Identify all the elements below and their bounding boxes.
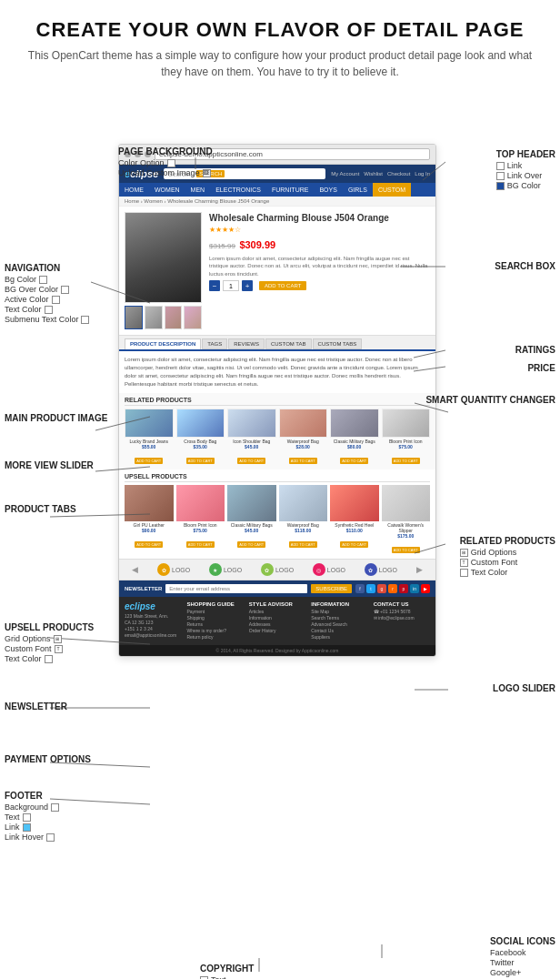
color-option-swatch[interactable] — [167, 159, 175, 167]
rel-text-swatch[interactable] — [460, 569, 468, 577]
related-cart-3[interactable]: ADD TO CART — [237, 458, 265, 464]
rel-grid-swatch[interactable]: ⊞ — [460, 549, 468, 557]
facebook-icon[interactable]: f — [355, 584, 365, 593]
rel-font-swatch[interactable]: T — [460, 559, 468, 567]
store-product-tabs: PRODUCT DESCRIPTION TAGS REVIEWS CUSTOM … — [119, 335, 435, 349]
nav-men[interactable]: MEN — [185, 183, 211, 197]
link-over-swatch[interactable] — [496, 172, 505, 180]
facebook-label: Facebook — [490, 948, 526, 957]
footer-bg-swatch[interactable] — [51, 803, 59, 812]
footer-link-suppliers[interactable]: Suppliers — [311, 634, 367, 640]
tab-custom1[interactable]: CUSTOM TAB — [265, 338, 312, 349]
footer-link-shipping[interactable]: Shipping — [186, 615, 243, 621]
nav-girls[interactable]: GIRLS — [343, 183, 373, 197]
upsell-font-swatch[interactable]: T — [55, 645, 63, 653]
pinterest-icon[interactable]: p — [399, 584, 408, 593]
nav-custom[interactable]: CUSTOM — [373, 183, 411, 197]
nav-bg-swatch[interactable] — [39, 276, 47, 284]
related-cart-5[interactable]: ADD TO CART — [340, 458, 368, 464]
related-price-1: $55.00 — [125, 444, 174, 449]
store-tab-content: Lorem ipsum dolor sit amet, consectetur … — [119, 349, 435, 393]
related-cart-1[interactable]: ADD TO CART — [135, 458, 163, 464]
footer-col-info-title: INFORMATION — [311, 601, 367, 607]
thumb-2[interactable] — [145, 306, 163, 329]
footer-link-faq[interactable]: Where is my order? — [186, 628, 243, 633]
upsell-cart-6[interactable]: ADD TO CART — [392, 547, 420, 553]
footer-link-search[interactable]: Search Terms — [311, 615, 367, 621]
footer-link-contact[interactable]: Contact Us — [311, 628, 367, 633]
related-cart-6[interactable]: ADD TO CART — [392, 458, 420, 464]
link-row: Link — [496, 161, 555, 170]
footer-link-articles[interactable]: Articles — [249, 609, 305, 614]
upsell-cart-4[interactable]: ADD TO CART — [289, 541, 317, 548]
linkedin-icon[interactable]: in — [410, 584, 419, 593]
tab-tags[interactable]: TAGS — [202, 338, 227, 349]
nav-women[interactable]: WOMEN — [149, 183, 185, 197]
footer-link-returns[interactable]: Returns — [186, 621, 243, 627]
youtube-icon[interactable]: ▶ — [421, 584, 430, 593]
related-img-3 — [227, 409, 276, 438]
link-swatch[interactable] — [496, 162, 505, 170]
add-to-cart-button[interactable]: ADD TO CART — [259, 281, 306, 290]
tab-product-desc[interactable]: PRODUCT DESCRIPTION — [125, 338, 201, 349]
nav-bg-over-swatch[interactable] — [61, 286, 69, 294]
rss-icon[interactable]: r — [388, 584, 397, 593]
twitter-icon[interactable]: t — [366, 584, 375, 593]
related-cart-2[interactable]: ADD TO CART — [186, 458, 215, 464]
upsell-grid-swatch[interactable]: ⊞ — [54, 635, 62, 643]
social-icons-label: SOCIAL ICONS — [490, 935, 555, 947]
footer-text-label: Text — [5, 812, 20, 822]
nav-submenu-swatch[interactable] — [81, 316, 89, 324]
footer-link-sitemap[interactable]: Site Map — [311, 609, 367, 614]
related-img-4 — [279, 409, 328, 438]
tab-reviews[interactable]: REVIEWS — [228, 338, 265, 349]
nav-home[interactable]: HOME — [119, 183, 149, 197]
nav-electronics[interactable]: ELECTRONICS — [210, 183, 266, 197]
upload-image-swatch[interactable]: 🖼 — [203, 169, 211, 177]
related-cart-4[interactable]: ADD TO CART — [289, 458, 317, 464]
newsletter-input[interactable] — [165, 584, 307, 593]
copyright-text-row: Text — [200, 975, 254, 979]
link-over-row: Link Over — [496, 171, 555, 180]
slider-prev[interactable]: ◀ — [132, 565, 138, 574]
slider-next[interactable]: ▶ — [416, 565, 423, 574]
tab-custom2[interactable]: CUSTOM TABS — [313, 338, 363, 349]
qty-decrease[interactable]: − — [209, 280, 220, 291]
store-copyright: © 2014, All Rights Reserved. Designed by… — [119, 645, 435, 656]
footer-text-swatch[interactable] — [23, 813, 31, 822]
upsell-cart-5[interactable]: ADD TO CART — [340, 541, 368, 548]
footer-link-advanced[interactable]: Advanced Search — [311, 621, 367, 627]
nav-text-swatch[interactable] — [45, 306, 53, 314]
upsell-cart-2[interactable]: ADD TO CART — [186, 541, 215, 548]
qty-increase[interactable]: + — [242, 280, 253, 291]
twitter-row: Twitter — [490, 958, 555, 967]
nav-boys[interactable]: BOYS — [314, 183, 342, 197]
footer-link-information[interactable]: Information — [249, 615, 305, 621]
thumb-3[interactable] — [165, 306, 183, 329]
upsell-text-swatch[interactable] — [45, 655, 53, 663]
footer-col-brand: eclipse 123 Main Street, Ann.CA 12 3G 12… — [125, 601, 181, 641]
footer-link-history[interactable]: Order History — [249, 628, 305, 633]
footer-link-swatch[interactable] — [23, 823, 31, 832]
footer-link-addresses[interactable]: Addresses — [249, 621, 305, 627]
footer-linkhover-swatch[interactable] — [46, 833, 55, 842]
logo-icon-5: ✿ — [365, 563, 377, 576]
footer-link-policy[interactable]: Return policy — [186, 634, 243, 640]
logo-5: ✿ LOGO — [365, 563, 397, 576]
related-card-1: Lucky Brand Jeans $55.00 ADD TO CART — [125, 409, 174, 466]
qty-input[interactable] — [223, 280, 239, 291]
upsell-cart-3[interactable]: ADD TO CART — [237, 541, 265, 548]
footer-phone: ☎ +01 1234 5678 — [374, 609, 430, 614]
nav-furniture[interactable]: FURNITURE — [266, 183, 314, 197]
logo-text-4: LOGO — [327, 567, 345, 573]
logo-icon-3: ✿ — [261, 563, 274, 576]
newsletter-subscribe-button[interactable]: SUBSCRIBE — [311, 584, 352, 593]
thumb-4[interactable] — [184, 306, 202, 329]
nav-active-swatch[interactable] — [52, 296, 60, 304]
copyright-text-swatch[interactable] — [200, 976, 208, 980]
footer-link-payment[interactable]: Payment — [186, 609, 243, 614]
thumb-1[interactable] — [125, 306, 143, 329]
google-icon[interactable]: g — [377, 584, 386, 593]
bg-color-swatch[interactable] — [496, 182, 505, 190]
upsell-cart-1[interactable]: ADD TO CART — [135, 541, 163, 548]
